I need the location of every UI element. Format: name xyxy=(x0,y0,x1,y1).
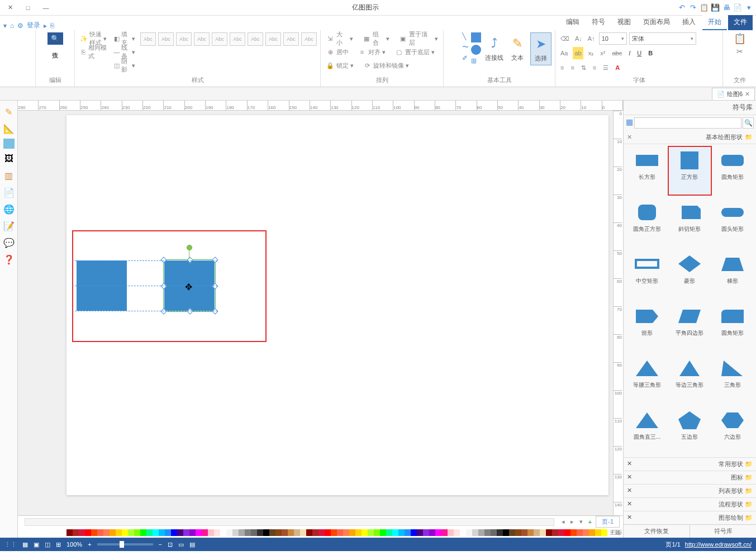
palette-swatch[interactable] xyxy=(325,529,331,536)
palette-swatch[interactable] xyxy=(398,529,405,536)
home-icon[interactable]: ⌂ xyxy=(10,22,14,30)
palette-swatch[interactable] xyxy=(601,529,607,536)
palette-swatch[interactable] xyxy=(429,529,435,536)
shape-cell-12[interactable]: 等腰三角形 xyxy=(627,355,667,402)
collapsed-section-4[interactable]: ✕图形绘制 📁 xyxy=(624,511,756,524)
shape-cell-1[interactable]: 正方形 xyxy=(669,148,710,194)
palette-swatch[interactable] xyxy=(466,529,472,536)
style-same[interactable]: ⎘相同模式 xyxy=(78,46,108,58)
palette-swatch[interactable] xyxy=(577,529,583,536)
palette-swatch[interactable] xyxy=(343,529,349,536)
palette-swatch[interactable] xyxy=(380,529,386,536)
tab-insert[interactable]: 插入 xyxy=(677,15,701,30)
palette-swatch[interactable] xyxy=(552,529,558,536)
palette-swatch[interactable] xyxy=(245,529,251,536)
palette-swatch[interactable] xyxy=(251,529,257,536)
palette-swatch[interactable] xyxy=(405,529,411,536)
page-nav-prev[interactable]: ◂ xyxy=(560,518,567,525)
palette-swatch[interactable] xyxy=(269,529,275,536)
cut-icon[interactable]: ✂ xyxy=(736,47,743,56)
palette-swatch[interactable] xyxy=(220,529,226,536)
shape-circle-icon[interactable] xyxy=(471,45,481,55)
style-shadow[interactable]: ◫阴影 ▾ xyxy=(112,59,137,72)
theme-1[interactable]: Abc xyxy=(140,32,156,46)
lt-comment-icon[interactable]: 💬 xyxy=(2,236,16,249)
palette-swatch[interactable] xyxy=(294,529,300,536)
collapsed-section-0[interactable]: ✕常用形状 📁 xyxy=(624,457,756,471)
shape-cell-0[interactable]: 长方形 xyxy=(627,148,667,194)
palette-swatch[interactable] xyxy=(417,529,423,536)
theme-10[interactable]: Abc xyxy=(301,32,317,46)
palette-swatch[interactable] xyxy=(503,529,509,536)
login-link[interactable]: 登录 xyxy=(27,21,40,30)
palette-swatch[interactable] xyxy=(189,529,196,536)
palette-swatch[interactable] xyxy=(140,529,146,536)
paste-icon[interactable]: 📋 xyxy=(734,32,746,45)
tool-select[interactable]: ➤ 选择 xyxy=(530,32,551,65)
palette-swatch[interactable] xyxy=(337,529,343,536)
palette-swatch[interactable] xyxy=(146,529,153,536)
align-center-icon[interactable]: ≡ xyxy=(559,61,565,74)
style-fill[interactable]: ◧填充 ▾ xyxy=(112,32,137,45)
palette-swatch[interactable] xyxy=(312,529,318,536)
theme-6[interactable]: Abc xyxy=(230,32,245,46)
zoom-slider[interactable] xyxy=(97,543,153,545)
font-grow-icon[interactable]: A↑ xyxy=(586,32,597,45)
status-view-icon-1[interactable]: ▦ xyxy=(22,541,28,548)
palette-swatch[interactable] xyxy=(534,529,540,536)
bullets-icon[interactable]: ☰ xyxy=(601,61,610,74)
lt-fill-icon[interactable] xyxy=(3,139,15,149)
zoom-plus[interactable]: + xyxy=(88,541,91,548)
palette-swatch[interactable] xyxy=(318,529,325,536)
style-quick[interactable]: ✨快速样式 ▾ xyxy=(78,32,108,45)
lt-note-icon[interactable]: 📝 xyxy=(2,219,16,233)
palette-swatch[interactable] xyxy=(73,529,79,536)
theme-3[interactable]: Abc xyxy=(176,32,192,46)
sys-close[interactable]: ✕ xyxy=(2,2,18,14)
palette-swatch[interactable] xyxy=(257,529,263,536)
section-close-icon[interactable]: ✕ xyxy=(627,134,632,141)
palette-swatch[interactable] xyxy=(355,529,362,536)
tab-page-layout[interactable]: 页面布局 xyxy=(638,15,676,30)
qat-new-icon[interactable]: 📄 xyxy=(733,3,743,13)
theme-9[interactable]: Abc xyxy=(283,32,299,46)
shape-cell-5[interactable]: 圆头矩形 xyxy=(712,200,753,246)
palette-swatch[interactable] xyxy=(374,529,380,536)
palette-swatch[interactable] xyxy=(454,529,460,536)
theme-8[interactable]: Abc xyxy=(265,32,281,46)
shapes-search-input[interactable] xyxy=(634,117,741,129)
palette-swatch[interactable] xyxy=(196,529,202,536)
palette-swatch[interactable] xyxy=(589,529,595,536)
rotation-handle[interactable] xyxy=(187,245,192,250)
zoom-minus[interactable]: − xyxy=(159,541,162,548)
tool-connect[interactable]: ⤴ 连接线 xyxy=(483,32,505,64)
tab-symbol[interactable]: 符号 xyxy=(586,15,611,30)
palette-swatch[interactable] xyxy=(583,529,589,536)
theme-2[interactable]: Abc xyxy=(158,32,174,46)
palette-swatch[interactable] xyxy=(472,529,478,536)
qat-paste-icon[interactable]: 📋 xyxy=(699,3,709,13)
highlight-button[interactable]: ab xyxy=(573,47,583,59)
palette-swatch[interactable] xyxy=(448,529,454,536)
shape-cell-15[interactable]: 圆角直三... xyxy=(627,407,667,454)
palette-swatch[interactable] xyxy=(546,529,552,536)
tool-text[interactable]: ✎ 文本 xyxy=(507,32,528,64)
palette-swatch[interactable] xyxy=(214,529,220,536)
palette-swatch[interactable] xyxy=(128,529,134,536)
lt-help-icon[interactable]: ❓ xyxy=(2,253,16,266)
palette-swatch[interactable] xyxy=(570,529,577,536)
arrange-group[interactable]: ▦组合 ▾ xyxy=(360,32,391,45)
lt-ruler-icon[interactable]: 📐 xyxy=(2,122,16,135)
shape-cell-14[interactable]: 三角形 xyxy=(712,355,753,402)
tab-start[interactable]: 开始 xyxy=(702,15,727,30)
qat-save-icon[interactable]: 💾 xyxy=(710,3,720,13)
qat-redo-icon[interactable]: ↷ xyxy=(688,3,698,13)
shape-cell-4[interactable]: 斜切矩形 xyxy=(669,200,710,246)
palette-swatch[interactable] xyxy=(226,529,232,536)
dropdown-icon[interactable]: ▾ xyxy=(3,22,7,30)
page-add[interactable]: + xyxy=(587,519,593,525)
h-scrollbar[interactable] xyxy=(25,518,554,526)
palette-swatch[interactable] xyxy=(171,529,177,536)
collapsed-section-1[interactable]: ✕图标 📁 xyxy=(624,471,756,484)
palette-swatch[interactable] xyxy=(263,529,269,536)
